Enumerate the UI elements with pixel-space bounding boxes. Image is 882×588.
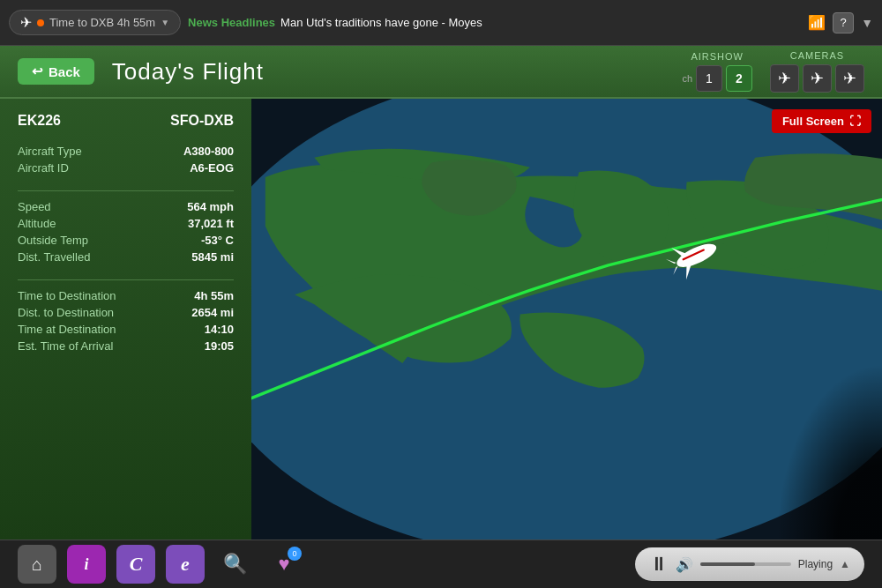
camera-3-button[interactable]: ✈ (835, 64, 864, 93)
aircraft-id-row: Aircraft ID A6-EOG (18, 160, 234, 176)
player-dropdown-icon[interactable]: ▲ (840, 558, 850, 570)
dist-travelled-row: Dist. Travelled 5845 mi (18, 249, 234, 265)
time-to-dest-value: 4h 55m (194, 289, 234, 302)
cameras-section: Cameras ✈ ✈ ✈ (770, 50, 864, 93)
flight-status-pill[interactable]: ✈ Time to DXB 4h 55m ▼ (9, 10, 181, 35)
aircraft-type-row: Aircraft Type A380-800 (18, 143, 234, 160)
back-icon: ↩ (32, 63, 43, 79)
flight-status-text: Time to DXB 4h 55m (49, 16, 155, 29)
time-at-dest-row: Time at Destination 14:10 (18, 321, 234, 338)
plane-icon-top: ✈ (20, 14, 32, 31)
aircraft-id-label: Aircraft ID (18, 161, 69, 175)
body-row: EK226 SFO-DXB Aircraft Type A380-800 Air… (0, 99, 882, 540)
altitude-value: 37,021 ft (188, 217, 234, 230)
e-button[interactable]: e (166, 545, 205, 584)
map-area: Full Screen ⛶ (251, 99, 882, 540)
time-to-dest-label: Time to Destination (18, 289, 116, 302)
destination-info-section: Time to Destination 4h 55m Dist. to Dest… (18, 287, 234, 354)
home-icon: ⌂ (32, 555, 42, 575)
favorites-button[interactable]: ♥ 0 (265, 545, 303, 584)
divider-1 (18, 190, 234, 191)
home-button[interactable]: ⌂ (18, 545, 56, 584)
header-right: Airshow ch 1 2 Cameras ✈ ✈ ✈ (682, 50, 864, 93)
dot-indicator (37, 19, 44, 26)
flight-route: SFO-DXB (170, 113, 234, 129)
news-ticker-area: News Headlines Man Utd's traditions have… (188, 16, 801, 29)
top-dropdown-icon[interactable]: ▼ (861, 16, 873, 30)
dist-travelled-value: 5845 mi (191, 250, 234, 264)
full-screen-icon: ⛶ (849, 115, 861, 128)
est-arrival-row: Est. Time of Arrival 19:05 (18, 338, 234, 354)
aircraft-info-section: Aircraft Type A380-800 Aircraft ID A6-EO… (18, 143, 234, 176)
divider-2 (18, 279, 234, 280)
info-button[interactable]: i (67, 545, 106, 584)
speed-row: Speed 564 mph (18, 198, 234, 215)
est-arrival-label: Est. Time of Arrival (18, 339, 113, 353)
news-text: Man Utd's traditions have gone - Moyes (280, 16, 482, 29)
channel-2-button[interactable]: 2 (726, 65, 752, 92)
speed-value: 564 mph (187, 200, 234, 213)
favorites-badge: 0 (288, 547, 302, 561)
flight-number: EK226 (18, 113, 61, 129)
info-icon: i (84, 555, 88, 574)
camera-2-button[interactable]: ✈ (803, 64, 832, 93)
help-button[interactable]: ? (833, 12, 854, 33)
cameras-label: Cameras (790, 50, 844, 61)
top-bar: ✈ Time to DXB 4h 55m ▼ News Headlines Ma… (0, 0, 882, 46)
search-button[interactable]: 🔍 (215, 545, 254, 584)
outside-temp-row: Outside Temp -53° C (18, 232, 234, 249)
airshow-label: Airshow (691, 51, 744, 62)
airshow-section: Airshow ch 1 2 (682, 51, 752, 92)
aircraft-type-label: Aircraft Type (18, 145, 82, 158)
outside-temp-label: Outside Temp (18, 234, 88, 247)
time-at-dest-value: 14:10 (205, 323, 234, 336)
page-title: Today's Flight (112, 58, 264, 86)
channel-1-button[interactable]: 1 (696, 65, 722, 92)
outside-temp-value: -53° C (201, 234, 234, 247)
info-panel: EK226 SFO-DXB Aircraft Type A380-800 Air… (0, 99, 251, 540)
dropdown-arrow-icon[interactable]: ▼ (161, 18, 169, 27)
ch-label: ch (682, 73, 692, 84)
dist-to-dest-value: 2654 mi (191, 306, 234, 319)
camera-1-button[interactable]: ✈ (770, 64, 799, 93)
aircraft-type-value: A380-800 (183, 145, 234, 158)
player-controls: ⏸ 🔊 Playing ▲ (635, 547, 864, 581)
signal-icon: 📶 (808, 14, 826, 31)
news-label: News Headlines (188, 16, 275, 29)
volume-button[interactable]: 🔊 (676, 556, 693, 573)
back-button[interactable]: ↩ Back (18, 58, 94, 85)
altitude-label: Altitude (18, 217, 56, 230)
time-to-dest-row: Time to Destination 4h 55m (18, 287, 234, 304)
playing-text: Playing (798, 558, 833, 570)
full-screen-label: Full Screen (782, 115, 844, 128)
dist-travelled-label: Dist. Travelled (18, 250, 90, 264)
globe-map (251, 99, 882, 540)
dist-to-dest-row: Dist. to Destination 2654 mi (18, 304, 234, 321)
time-at-dest-label: Time at Destination (18, 323, 116, 336)
main-content: ↩ Back Today's Flight Airshow ch 1 2 Cam… (0, 46, 882, 540)
play-pause-button[interactable]: ⏸ (649, 553, 669, 576)
e-icon: e (181, 553, 190, 576)
flight-numbers: EK226 SFO-DXB (18, 113, 234, 129)
altitude-row: Altitude 37,021 ft (18, 215, 234, 232)
search-icon: 🔍 (223, 553, 247, 576)
header-row: ↩ Back Today's Flight Airshow ch 1 2 Cam… (0, 46, 882, 99)
progress-fill (700, 562, 755, 566)
full-screen-button[interactable]: Full Screen ⛶ (772, 109, 871, 133)
back-label: Back (49, 64, 80, 79)
camera-buttons: ✈ ✈ ✈ (770, 64, 864, 93)
c-button[interactable]: C (116, 545, 155, 584)
speed-label: Speed (18, 200, 51, 213)
bottom-bar: ⌂ i C e 🔍 ♥ 0 ⏸ 🔊 Playing ▲ (0, 540, 882, 588)
est-arrival-value: 19:05 (205, 339, 234, 353)
flight-stats-section: Speed 564 mph Altitude 37,021 ft Outside… (18, 198, 234, 265)
aircraft-id-value: A6-EOG (190, 161, 234, 175)
c-icon: C (130, 553, 143, 576)
progress-bar[interactable] (700, 562, 791, 566)
top-bar-right: 📶 ? ▼ (808, 12, 873, 33)
airshow-channels: ch 1 2 (682, 65, 752, 92)
dist-to-dest-label: Dist. to Destination (18, 306, 114, 319)
